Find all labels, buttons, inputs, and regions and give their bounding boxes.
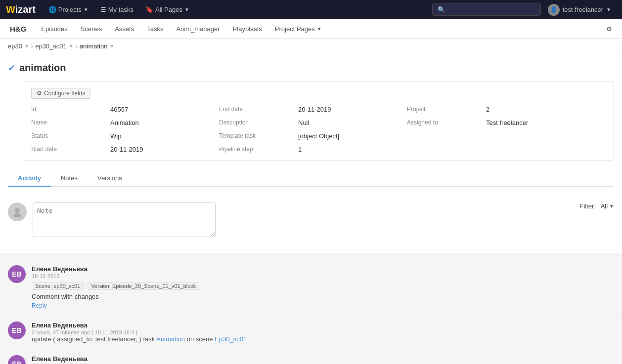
chevron-down-icon: ▼ (609, 203, 614, 209)
nav-my-tasks-label: My tasks (108, 6, 133, 13)
field-label-status: Status (31, 131, 110, 141)
chevron-down-icon[interactable]: ▼ (109, 43, 114, 49)
task-fields-panel: ⚙ Configure fields Id 46557 End date 20-… (23, 81, 614, 161)
comment-author: Елена Веденьева (32, 265, 614, 273)
field-label-template-task: Template task (219, 131, 298, 141)
field-label-description: Description (219, 118, 298, 127)
activity-area: Filter: All ▼ (0, 195, 622, 253)
secondary-navigation: H&G Episodes Scenes Assets Tasks Anim_ma… (0, 19, 622, 39)
comments-section: ЕВ Елена Веденьева 18-12-2019 Scene: ep3… (0, 253, 622, 364)
breadcrumb-animation[interactable]: animation ▼ (80, 42, 114, 50)
svg-point-1 (13, 213, 21, 217)
comment-body: Елена Веденьева 18-12-2019 Scene: ep30_s… (32, 265, 614, 309)
nav-tasks[interactable]: Tasks (141, 22, 169, 36)
comment-author: Елена Веденьева (32, 355, 614, 363)
chevron-down-icon: ▼ (84, 7, 89, 12)
comment-tag: Scene: ep30_sc01 (32, 282, 84, 290)
chevron-down-icon: ▼ (317, 26, 322, 32)
configure-fields-button[interactable]: ⚙ Configure fields (31, 88, 90, 99)
fields-grid: Id 46557 End date 20-11-2019 Project 2 N… (31, 105, 606, 154)
tab-notes[interactable]: Notes (51, 170, 88, 187)
settings-button[interactable]: ⚙ (601, 21, 617, 37)
search-input[interactable] (448, 6, 535, 13)
on-scene-text: on scene (187, 335, 213, 343)
nav-all-pages[interactable]: 🔖 All Pages ▼ (140, 4, 194, 15)
chevron-down-icon[interactable]: ▼ (69, 43, 74, 49)
current-user-avatar (8, 202, 27, 221)
comment-body: Елена Веденьева 2 hours, 47 minutes ago … (32, 322, 614, 343)
field-label-id: Id (31, 105, 110, 114)
breadcrumb-ep30-sc01[interactable]: ep30_sc01 ▼ (35, 42, 74, 50)
note-input-area: Filter: All ▼ (8, 202, 614, 237)
comment-1: ЕВ Елена Веденьева 18-12-2019 Scene: ep3… (0, 259, 622, 316)
breadcrumb-ep30-label: ep30 (8, 42, 22, 50)
scene-link[interactable]: Ep30_sc01 (215, 335, 247, 343)
task-check-icon: ✔ (8, 63, 15, 74)
breadcrumb: ep30 ▼ › ep30_sc01 ▼ › animation ▼ (0, 39, 622, 54)
field-value-template-task: [object Object] (298, 131, 407, 141)
nav-assets[interactable]: Assets (109, 22, 140, 36)
gear-icon: ⚙ (37, 90, 42, 97)
breadcrumb-ep30-sc01-label: ep30_sc01 (35, 42, 67, 50)
comment-author: Елена Веденьева (32, 322, 614, 329)
field-value-end-date: 20-11-2019 (298, 105, 407, 114)
comment-body: Елена Веденьева 2 hours, 47 minutes ago … (32, 355, 614, 364)
user-menu[interactable]: 👤 test freelancer ▼ (543, 2, 616, 18)
nav-project-pages[interactable]: Project Pages ▼ (269, 22, 328, 36)
breadcrumb-ep30[interactable]: ep30 ▼ (8, 42, 29, 50)
search-box[interactable]: 🔍 (432, 3, 541, 16)
nav-projects[interactable]: 🌐 Projects ▼ (44, 4, 93, 15)
field-value-assigned-to: Test freelancer (486, 118, 595, 127)
breadcrumb-separator: › (76, 42, 78, 50)
nav-my-tasks[interactable]: ☰ My tasks (95, 4, 138, 15)
nav-anim-manager[interactable]: Anim_manager (170, 22, 225, 36)
configure-fields-label: Configure fields (44, 90, 85, 97)
avatar: 👤 (548, 4, 560, 16)
field-label-name: Name (31, 118, 110, 127)
logo[interactable]: Wizart (6, 4, 36, 15)
avatar: ЕВ (8, 322, 26, 339)
settings-icon: ⚙ (606, 25, 612, 33)
reply-button[interactable]: Reply (32, 302, 614, 309)
comment-tag: Version: Episode_30_Scene_01_v01_block (88, 282, 199, 290)
nav-episodes[interactable]: Episodes (35, 22, 73, 36)
comment-2: ЕВ Елена Веденьева 2 hours, 47 minutes a… (0, 316, 622, 349)
task-title: animation (19, 62, 66, 74)
username: test freelancer (563, 6, 603, 13)
update-prefix: update ( assigned_to: test freelancer, )… (32, 335, 155, 343)
chevron-down-icon[interactable]: ▼ (24, 43, 29, 49)
page-content: ✔ animation ⚙ Configure fields Id 46557 … (0, 54, 622, 195)
comment-3: ЕВ Елена Веденьева 2 hours, 47 minutes a… (0, 349, 622, 364)
tab-activity[interactable]: Activity (8, 170, 51, 187)
logo-text: Wizart (6, 4, 36, 15)
task-link[interactable]: Animation (156, 335, 185, 343)
field-value-id: 46557 (110, 105, 219, 114)
comment-text: Comment with changes (32, 293, 614, 300)
chevron-down-icon: ▼ (184, 7, 189, 12)
field-value-project: 2 (486, 105, 595, 114)
avatar: ЕВ (8, 355, 26, 364)
field-label-start-date: Start date (31, 145, 110, 154)
nav-project-pages-label: Project Pages (275, 25, 315, 33)
filter-label: Filter: (580, 202, 596, 210)
comment-time: 2 hours, 47 minutes ago ( 18.11.2019 16:… (32, 329, 614, 335)
list-icon: ☰ (100, 6, 106, 13)
brand-name: H&G (5, 25, 31, 33)
bookmark-icon: 🔖 (145, 6, 153, 13)
tab-versions[interactable]: Versions (88, 170, 132, 187)
task-title-area: ✔ animation (8, 62, 614, 74)
field-value-start-date: 20-11-2019 (110, 145, 219, 154)
filter-button[interactable]: Filter: All ▼ (580, 202, 614, 210)
note-textarea[interactable] (33, 202, 216, 237)
avatar: ЕВ (8, 265, 26, 283)
nav-playblasts[interactable]: Playblasts (227, 22, 268, 36)
globe-icon: 🌐 (48, 6, 56, 13)
field-label-project: Project (407, 105, 486, 114)
field-value-pipeline-step: 1 (298, 145, 407, 154)
nav-all-pages-label: All Pages (155, 6, 182, 13)
breadcrumb-animation-label: animation (80, 42, 107, 50)
top-navigation: Wizart 🌐 Projects ▼ ☰ My tasks 🔖 All Pag… (0, 0, 622, 19)
comment-date: 18-12-2019 (32, 273, 614, 279)
nav-scenes[interactable]: Scenes (75, 22, 108, 36)
field-label-pipeline-step: Pipeline step (219, 145, 298, 154)
